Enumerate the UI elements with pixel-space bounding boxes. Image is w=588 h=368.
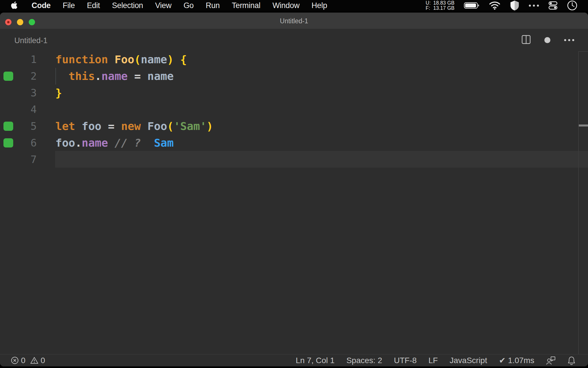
memory-used-label: U: — [426, 0, 431, 5]
bell-icon[interactable] — [568, 356, 575, 365]
clock-icon[interactable] — [567, 0, 577, 11]
menu-item-run[interactable]: Run — [200, 1, 226, 10]
token-vr: Foo — [147, 120, 167, 133]
language-mode[interactable]: JavaScript — [450, 356, 487, 365]
memory-free-value: 13.17 GB — [433, 5, 454, 11]
code-text: function Foo(name) { — [55, 51, 187, 68]
code-line-7[interactable]: 7 — [0, 151, 588, 168]
line-number: 5 — [0, 118, 37, 135]
token-kw: let — [55, 120, 75, 133]
token-kw: this — [69, 70, 95, 83]
editor-actions — [522, 29, 574, 51]
token-op: . — [95, 70, 101, 83]
check-icon: ✔ — [499, 356, 506, 365]
menu-item-go[interactable]: Go — [177, 1, 200, 10]
token-vr: name — [141, 53, 167, 66]
code-text: let foo = new Foo('Sam') — [55, 118, 213, 135]
token-vr: name — [147, 70, 174, 83]
status-bar: 0 0 Ln 7, Col 1 Spaces: 2 UTF-8 LF JavaS… — [0, 354, 588, 366]
token-vr: foo — [82, 120, 102, 133]
token-pl — [174, 53, 180, 66]
token-pr: name — [82, 137, 108, 149]
error-icon — [11, 356, 19, 364]
screen: Code FileEditSelectionViewGoRunTerminalW… — [0, 0, 588, 368]
token-op: = — [134, 70, 141, 83]
memory-status-widget[interactable]: U: 18.83 GB F: 13.17 GB — [426, 0, 454, 11]
feedback-icon[interactable] — [546, 356, 556, 365]
control-center-icon[interactable] — [548, 1, 558, 10]
token-br: ( — [134, 53, 141, 66]
wifi-icon[interactable] — [489, 1, 500, 10]
token-br: } — [55, 87, 62, 99]
code-line-2[interactable]: 2 this.name = name — [0, 68, 588, 85]
token-pr: name — [101, 70, 128, 83]
menu-item-terminal[interactable]: Terminal — [226, 1, 266, 10]
memory-used-value: 18.83 GB — [433, 0, 454, 5]
code-line-4[interactable]: 4 — [0, 101, 588, 118]
code-line-5[interactable]: 5let foo = new Foo('Sam') — [0, 118, 588, 135]
code-line-3[interactable]: 3} — [0, 85, 588, 101]
ellipsis-icon[interactable] — [529, 5, 539, 7]
token-br: ) — [167, 53, 174, 66]
menu-item-help[interactable]: Help — [305, 1, 333, 10]
battery-icon[interactable] — [464, 2, 479, 9]
menu-item-window[interactable]: Window — [266, 1, 305, 10]
token-pl — [141, 120, 147, 133]
token-pl — [108, 137, 115, 149]
menu-item-code[interactable]: Code — [26, 1, 57, 10]
run-time-value: 1.07ms — [508, 356, 534, 365]
eol-setting[interactable]: LF — [428, 356, 438, 365]
code-line-6[interactable]: 6foo.name // ? Sam — [0, 135, 588, 151]
line-number: 2 — [0, 68, 37, 85]
line-number: 4 — [0, 101, 37, 118]
menu-item-view[interactable]: View — [149, 1, 177, 10]
code-text: foo.name // ? Sam — [55, 135, 174, 151]
problems-status[interactable]: 0 0 — [0, 356, 45, 365]
macos-menu-bar: Code FileEditSelectionViewGoRunTerminalW… — [0, 0, 588, 11]
apple-menu-icon[interactable] — [10, 1, 18, 10]
line-number: 3 — [0, 85, 37, 101]
overview-ruler-top-border — [578, 51, 588, 52]
line-number: 6 — [0, 135, 37, 151]
overview-ruler-border — [578, 51, 579, 354]
split-editor-icon[interactable] — [522, 35, 531, 45]
tab-untitled-1[interactable]: Untitled-1 — [14, 29, 48, 51]
token-pl — [108, 53, 115, 66]
token-fn: Foo — [115, 53, 134, 66]
code-text: this.name = name — [55, 68, 174, 85]
line-number: 1 — [0, 51, 37, 68]
error-count: 0 — [21, 356, 26, 365]
window-title-bar[interactable]: Untitled-1 — [0, 13, 588, 29]
status-bar-right: Ln 7, Col 1 Spaces: 2 UTF-8 LF JavaScrip… — [296, 356, 588, 365]
indentation-setting[interactable]: Spaces: 2 — [346, 356, 382, 365]
token-kw: function — [55, 53, 108, 66]
token-pl — [141, 137, 154, 149]
token-pl — [128, 70, 134, 83]
code-text: } — [55, 85, 62, 101]
code-line-1[interactable]: 1function Foo(name) { — [0, 51, 588, 68]
token-st: 'Sam' — [174, 120, 206, 133]
encoding-setting[interactable]: UTF-8 — [394, 356, 417, 365]
menu-item-selection[interactable]: Selection — [106, 1, 149, 10]
unsaved-indicator-dot[interactable] — [544, 37, 550, 43]
quokka-run-time[interactable]: ✔1.07ms — [499, 356, 534, 365]
editor-header: Untitled-1 — [0, 29, 588, 51]
cursor-position[interactable]: Ln 7, Col 1 — [296, 356, 334, 365]
token-pl — [101, 120, 108, 133]
shield-icon[interactable] — [510, 0, 519, 11]
token-op: . — [75, 137, 82, 149]
menu-item-edit[interactable]: Edit — [81, 1, 106, 10]
token-br: ) — [206, 120, 213, 133]
token-pl — [75, 120, 82, 133]
warning-count: 0 — [41, 356, 45, 365]
token-br: { — [180, 53, 187, 66]
menu-item-file[interactable]: File — [57, 1, 81, 10]
token-pl — [141, 70, 147, 83]
more-actions-icon[interactable] — [564, 39, 574, 41]
memory-free-label: F: — [426, 5, 431, 11]
code-editor[interactable]: 1function Foo(name) {2 this.name = name3… — [0, 51, 588, 354]
menu-items: Code FileEditSelectionViewGoRunTerminalW… — [0, 1, 333, 10]
token-br: ( — [167, 120, 174, 133]
token-kw: new — [121, 120, 141, 133]
line-number: 7 — [0, 151, 37, 168]
